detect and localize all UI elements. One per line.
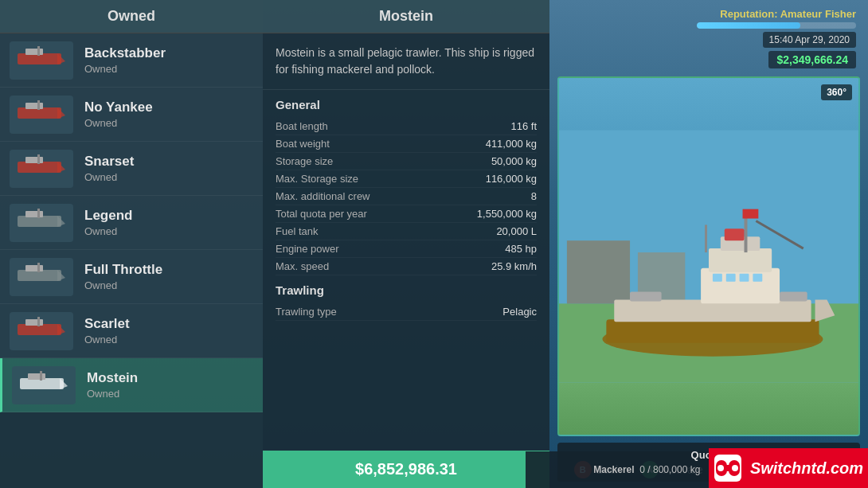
sidebar-header: Owned (0, 0, 263, 33)
svg-rect-14 (25, 211, 43, 217)
ship-list: BackstabberOwned No YankeeOwned SnarsetO… (0, 33, 263, 488)
ship-list-item-scarlet[interactable]: ScarletOwned (0, 304, 263, 358)
nintendo-text: Switchntd.com (750, 459, 863, 478)
ship-thumbnail (10, 204, 73, 242)
stat-row: Max. additional crew8 (276, 188, 537, 205)
reputation-container: Reputation: Amateur Fisher (697, 8, 856, 29)
stat-row: Storage size50,000 kg (276, 153, 537, 170)
svg-rect-27 (40, 371, 42, 381)
ship-status: Owned (84, 334, 130, 346)
trawling-section: Trawling Trawling typePelagic (276, 283, 537, 321)
svg-rect-2 (25, 49, 43, 55)
svg-rect-30 (567, 240, 630, 303)
svg-rect-22 (25, 319, 43, 326)
ship-info: No YankeeOwned (84, 100, 153, 129)
detail-panel: Mostein Mostein is a small pelagic trawl… (263, 0, 549, 488)
stat-value: 116,000 kg (486, 173, 537, 185)
svg-rect-49 (743, 209, 759, 219)
ship-info: BackstabberOwned (84, 45, 166, 75)
trawling-stat-row: Trawling typePelagic (276, 303, 537, 321)
stat-value: 411,000 kg (486, 138, 537, 150)
ship-list-item-legend[interactable]: LegendOwned (0, 196, 263, 250)
svg-rect-41 (713, 274, 722, 282)
svg-rect-15 (37, 209, 40, 218)
stat-label: Trawling type (276, 306, 337, 318)
svg-rect-11 (37, 154, 40, 164)
ship-thumbnail (10, 150, 73, 188)
stat-row: Max. Storage size116,000 kg (276, 170, 537, 188)
ship-status: Owned (84, 171, 134, 183)
quota-fish: Mackerel (593, 464, 634, 475)
stat-value: 1,550,000 kg (477, 208, 537, 220)
ship-list-item-backstabber[interactable]: BackstabberOwned (0, 33, 263, 88)
svg-rect-6 (25, 103, 43, 109)
reputation-bar (697, 22, 856, 29)
ship-name: Mostein (87, 370, 138, 386)
money-badge: $2,349,666.24 (768, 51, 856, 68)
svg-point-54 (717, 465, 724, 471)
ship-info: LegendOwned (84, 208, 132, 237)
price-bar: $6,852,986.31 (263, 451, 549, 488)
hud-top: Reputation: Amateur Fisher 15:40 Apr 29,… (549, 0, 868, 76)
stat-label: Max. additional crew (276, 190, 370, 202)
ship-status: Owned (87, 388, 138, 400)
stat-row: Boat weight411,000 kg (276, 135, 537, 153)
stat-label: Fuel tank (276, 225, 318, 237)
right-panel: Reputation: Amateur Fisher 15:40 Apr 29,… (549, 0, 868, 488)
svg-rect-19 (37, 263, 40, 272)
ship-name: Full Throttle (84, 262, 162, 278)
svg-rect-18 (25, 265, 43, 271)
ship-name: Backstabber (84, 45, 166, 61)
nintendo-logo-icon (714, 454, 742, 482)
stat-row: Boat length116 ft (276, 118, 537, 135)
ship-list-item-mostein[interactable]: MosteinOwned (0, 358, 263, 412)
detail-stats: General Boat length116 ftBoat weight411,… (263, 90, 549, 451)
ship-list-item-snarset[interactable]: SnarsetOwned (0, 142, 263, 196)
trawling-rows: Trawling typePelagic (276, 303, 537, 321)
ship-name: Snarset (84, 154, 134, 170)
stat-value: 8 (531, 190, 537, 202)
ship-name: Scarlet (84, 316, 130, 332)
ship-thumbnail (10, 96, 73, 134)
svg-rect-33 (606, 319, 819, 343)
datetime-badge: 15:40 Apr 29, 2020 (763, 32, 856, 48)
viewer-360-label[interactable]: 360° (821, 84, 852, 100)
stat-row: Fuel tank20,000 L (276, 223, 537, 240)
stat-label: Boat length (276, 120, 328, 132)
general-label: General (276, 98, 537, 111)
stat-row: Engine power485 hp (276, 240, 537, 258)
stat-rows: Boat length116 ftBoat weight411,000 kgSt… (276, 118, 537, 275)
svg-rect-42 (726, 274, 736, 282)
svg-rect-26 (28, 373, 45, 380)
stat-label: Max. Storage size (276, 173, 358, 185)
ship-info: Full ThrottleOwned (84, 262, 162, 291)
ship-info: ScarletOwned (84, 316, 130, 346)
svg-rect-23 (37, 317, 40, 326)
stat-value: 20,000 L (496, 225, 537, 237)
svg-rect-10 (25, 157, 43, 163)
detail-description: Mostein is a small pelagic trawler. This… (263, 33, 549, 90)
stat-value: Pelagic (502, 306, 537, 318)
ship-info: MosteinOwned (87, 370, 138, 400)
svg-rect-35 (701, 268, 780, 304)
svg-rect-46 (630, 292, 662, 302)
stat-row: Total quota per year1,550,000 kg (276, 205, 537, 223)
nintendo-badge: Switchntd.com (709, 448, 868, 488)
ship-list-item-full-throttle[interactable]: Full ThrottleOwned (0, 250, 263, 304)
svg-rect-47 (780, 292, 807, 302)
ship-thumbnail (10, 312, 73, 350)
stat-label: Max. speed (276, 260, 329, 272)
ship-thumbnail (10, 258, 73, 296)
quota-value: 0 / 800,000 kg (639, 464, 700, 475)
svg-rect-38 (745, 213, 748, 252)
stat-value: 25.9 km/h (491, 260, 537, 272)
ship-thumbnail (10, 41, 73, 80)
stat-label: Total quota per year (276, 208, 367, 220)
svg-rect-7 (37, 100, 40, 110)
ship-list-item-no-yankee[interactable]: No YankeeOwned (0, 88, 263, 142)
ship-status: Owned (84, 117, 153, 129)
ship-illustration (559, 78, 858, 435)
stat-label: Storage size (276, 155, 333, 167)
stat-value: 116 ft (510, 120, 537, 132)
reputation-fill (697, 22, 800, 29)
